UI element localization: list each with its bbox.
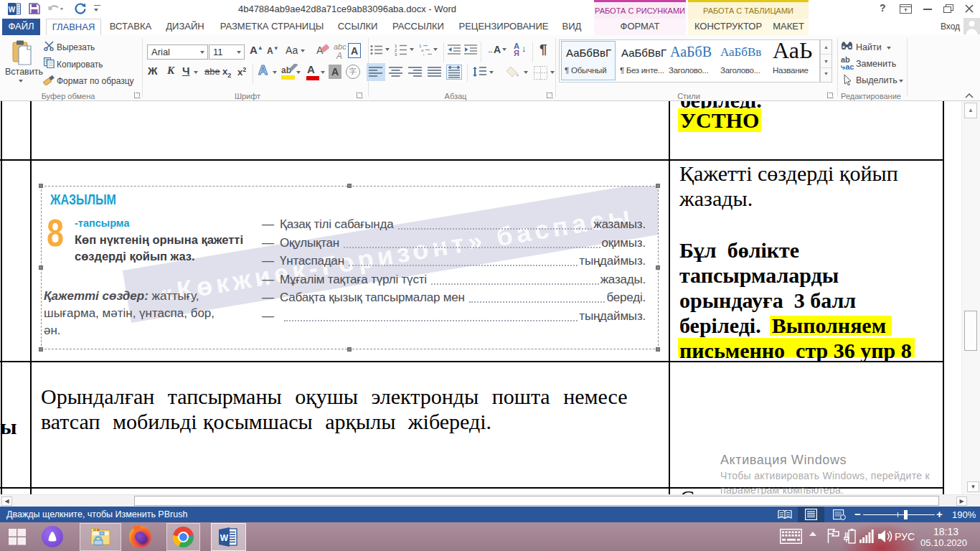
- svg-text:ab: ab: [281, 65, 291, 75]
- svg-text:W: W: [220, 533, 229, 543]
- svg-text:3: 3: [395, 52, 397, 56]
- svg-text:i: i: [423, 52, 424, 56]
